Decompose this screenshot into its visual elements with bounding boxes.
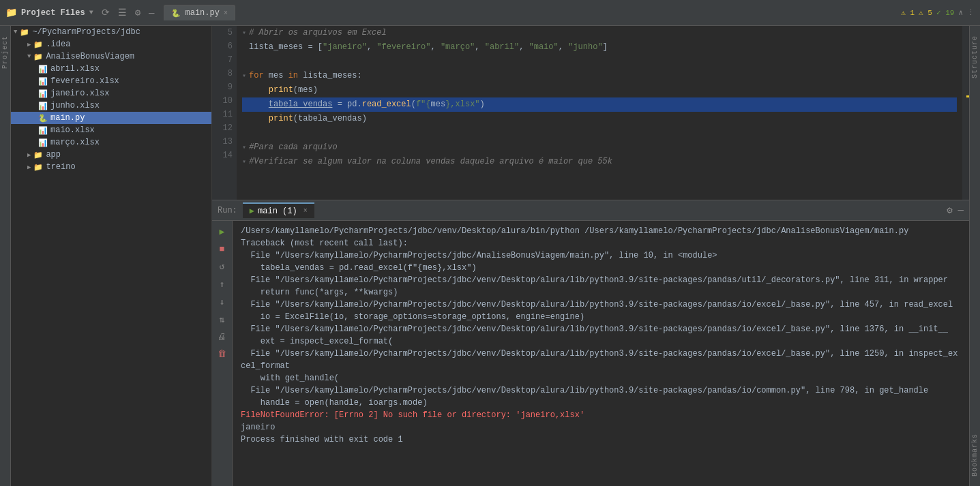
code-line-13: ▾ #Para cada arquivo xyxy=(242,140,957,155)
main-py-tab[interactable]: 🐍 main.py × xyxy=(164,5,235,20)
treino-chevron: ▶ xyxy=(27,164,31,171)
toolbar-actions: ⟳ ☰ ⚙ — xyxy=(99,5,158,20)
sidebar-item-marco[interactable]: 📊 março.xlsx xyxy=(11,136,211,149)
output-line-11: File "/Users/kamyllamelo/PycharmProjects… xyxy=(241,348,961,372)
run-content: ▶ ■ ↺ ⇑ ⇓ ⇅ 🖨 🗑 /Users/kamyllamelo/Pycha… xyxy=(212,221,969,486)
marco-label: março.xlsx xyxy=(50,138,100,147)
output-line-6: return func(*args, **kwargs) xyxy=(241,286,961,299)
run-filter-icon[interactable]: ⇅ xyxy=(218,313,226,326)
run-print-icon[interactable]: 🖨 xyxy=(216,331,228,344)
project-panel: ▼ 📁 ~/PycharmProjects/jdbc ▶ 📁 .idea ▼ 📁… xyxy=(11,26,212,486)
top-bar: 📁 Project Files ▼ ⟳ ☰ ⚙ — 🐍 main.py × ⚠ … xyxy=(0,0,980,26)
fold-13[interactable]: ▾ xyxy=(242,141,246,155)
sidebar-item-app[interactable]: ▶ 📁 app xyxy=(11,149,211,161)
analysebonus-chevron: ▼ xyxy=(27,53,31,60)
run-panel: Run: ▶ main (1) × ⚙ — ▶ ■ ↺ ⇑ ⇓ xyxy=(212,200,969,486)
analysebonus-folder-icon: 📁 xyxy=(33,52,43,61)
root-chevron: ▼ xyxy=(14,29,17,35)
sidebar-item-janeiro[interactable]: 📊 janeiro.xlsx xyxy=(11,87,211,100)
output-line-9: File "/Users/kamyllamelo/PycharmProjects… xyxy=(241,323,961,335)
close-tab-button[interactable]: × xyxy=(224,10,228,17)
junho-label: junho.xlsx xyxy=(50,101,100,110)
run-stop-icon[interactable]: ■ xyxy=(218,243,226,256)
sidebar-item-mainpy[interactable]: 🐍 main.py xyxy=(11,112,211,124)
sidebar-item-treino[interactable]: ▶ 📁 treino xyxy=(11,161,211,173)
fevereiro-icon: 📊 xyxy=(38,77,48,86)
sidebar-item-fevereiro[interactable]: 📊 fevereiro.xlsx xyxy=(11,75,211,87)
alert-count[interactable]: ⚠ 5 xyxy=(919,8,932,17)
run-play-icon[interactable]: ▶ xyxy=(218,225,226,239)
output-line-12: with get_handle( xyxy=(241,372,961,384)
sidebar-item-junho[interactable]: 📊 junho.xlsx xyxy=(11,100,211,112)
line-numbers: 5 6 7 8 9 10 11 12 13 14 xyxy=(212,26,237,200)
run-action-strip: ▶ ■ ↺ ⇑ ⇓ ⇅ 🖨 🗑 xyxy=(212,221,233,486)
run-tab-icon: ▶ xyxy=(250,206,254,216)
fold-5[interactable]: ▾ xyxy=(242,27,246,40)
app-label: app xyxy=(46,150,61,160)
project-root[interactable]: ▼ 📁 ~/PycharmProjects/jdbc xyxy=(11,26,211,38)
traceback-link-1[interactable]: /Users/kamyllamelo/PycharmProjects/jdbc/… xyxy=(280,251,604,260)
output-line-16: janeiro xyxy=(241,421,961,434)
structure-tab[interactable]: Structure xyxy=(970,26,980,88)
sidebar-item-idea[interactable]: ▶ 📁 .idea xyxy=(11,38,211,50)
editor-bottom-container: 5 6 7 8 9 10 11 12 13 14 ▾ # Abrir os ar… xyxy=(212,26,969,486)
more-options-icon[interactable]: ⋮ xyxy=(967,8,975,17)
code-line-8: ▾ for mes in lista_meses : xyxy=(242,69,957,83)
warning-count[interactable]: ⚠ 1 xyxy=(901,8,915,17)
run-rerun-icon[interactable]: ↺ xyxy=(218,260,226,273)
treino-folder-icon: 📁 xyxy=(33,163,43,172)
sidebar-item-abril[interactable]: 📊 abril.xlsx xyxy=(11,63,211,75)
run-tab-main[interactable]: ▶ main (1) × xyxy=(243,202,314,218)
sidebar-item-analysebonus[interactable]: ▼ 📁 AnaliseBonusViagem xyxy=(11,50,211,63)
maio-icon: 📊 xyxy=(38,126,48,135)
project-files-label: Project Files xyxy=(21,8,85,18)
traceback-link-4[interactable]: /Users/kamyllamelo/PycharmProjects/jdbc/… xyxy=(280,324,825,334)
dropdown-arrow[interactable]: ▼ xyxy=(89,9,93,16)
run-settings-icon[interactable]: ⚙ xyxy=(947,204,952,216)
project-vertical-tab[interactable]: Project xyxy=(0,26,10,78)
editor-scrollbar[interactable] xyxy=(962,26,969,200)
traceback-link-3[interactable]: /Users/kamyllamelo/PycharmProjects/jdbc/… xyxy=(280,300,825,309)
run-output: /Users/kamyllamelo/PycharmProjects/jdbc/… xyxy=(233,221,969,486)
run-clear-icon[interactable]: 🗑 xyxy=(216,348,228,361)
traceback-link-2[interactable]: /Users/kamyllamelo/PycharmProjects/jdbc/… xyxy=(280,275,835,285)
root-folder-icon: 📁 xyxy=(20,28,29,37)
treino-label: treino xyxy=(46,162,75,172)
run-minimize-icon[interactable]: — xyxy=(958,204,964,216)
mainpy-label: main.py xyxy=(50,113,85,123)
right-strip: Structure Bookmarks xyxy=(969,26,980,486)
code-editor[interactable]: 5 6 7 8 9 10 11 12 13 14 ▾ # Abrir os ar… xyxy=(212,26,969,200)
code-line-7: ▾ xyxy=(242,55,957,69)
abril-label: abril.xlsx xyxy=(50,64,100,74)
output-line-10: ext = inspect_excel_format( xyxy=(241,335,961,348)
sync-icon[interactable]: ⟳ xyxy=(99,5,113,20)
app-folder-icon: 📁 xyxy=(33,151,43,160)
expand-icon[interactable]: ∧ xyxy=(958,8,963,17)
status-indicators: ⚠ 1 ⚠ 5 ✓ 19 ∧ ⋮ xyxy=(901,8,975,17)
output-line-8: io = ExcelFile(io, storage_options=stora… xyxy=(241,311,961,323)
idea-folder-icon: 📁 xyxy=(33,40,43,49)
code-line-5: ▾ # Abrir os arquivos em Excel xyxy=(242,26,957,40)
bookmarks-tab[interactable]: Bookmarks xyxy=(970,424,980,486)
junho-icon: 📊 xyxy=(38,102,48,110)
fold-8[interactable]: ▾ xyxy=(242,70,246,83)
scrollbar-warning-marker xyxy=(966,95,969,97)
check-count[interactable]: ✓ 19 xyxy=(936,8,954,17)
settings-icon[interactable]: ⚙ xyxy=(132,5,143,20)
run-scroll-bottom[interactable]: ⇓ xyxy=(218,295,226,309)
code-line-10: ▾ tabela_vendas = pd . read_excel ( f"{ … xyxy=(242,97,957,112)
idea-label: .idea xyxy=(46,40,70,49)
sidebar-item-maio[interactable]: 📊 maio.xlsx xyxy=(11,124,211,136)
code-line-11: ▾ print ( tabela_vendas ) xyxy=(242,112,957,126)
run-tab-close[interactable]: × xyxy=(303,207,308,215)
code-line-6: ▾ lista_meses = [ "janeiro" , "fevereiro… xyxy=(242,40,957,55)
code-line-9: ▾ print ( mes ) xyxy=(242,83,957,97)
fold-14[interactable]: ▾ xyxy=(242,155,246,169)
more-icon[interactable]: — xyxy=(146,6,157,20)
traceback-link-5[interactable]: /Users/kamyllamelo/PycharmProjects/jdbc/… xyxy=(280,349,825,359)
code-line-14: ▾ #Verificar se algum valor na coluna ve… xyxy=(242,155,957,169)
collapse-icon[interactable]: ☰ xyxy=(115,5,130,20)
run-scroll-top[interactable]: ⇑ xyxy=(218,277,226,291)
traceback-link-6[interactable]: /Users/kamyllamelo/PycharmProjects/jdbc/… xyxy=(280,386,801,395)
output-line-2: Traceback (most recent call last): xyxy=(241,237,961,249)
